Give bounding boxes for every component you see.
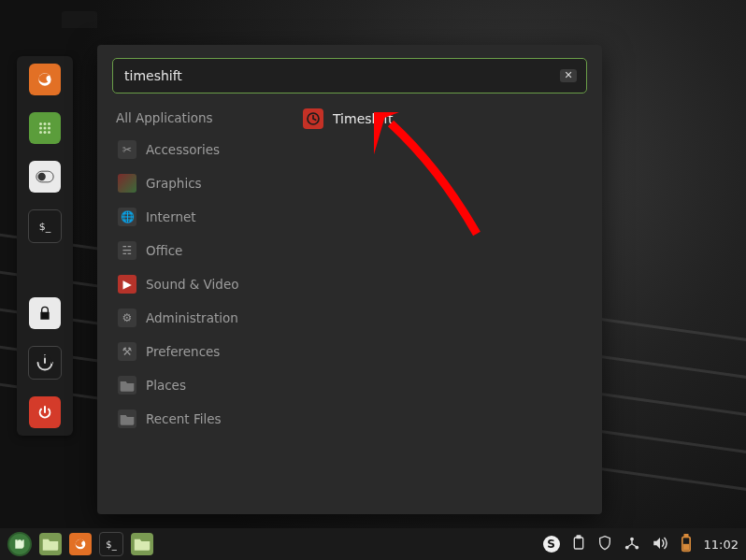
panel-terminal-icon[interactable]: $_ bbox=[99, 532, 123, 556]
panel: $_ S 11:02 bbox=[0, 528, 746, 560]
category-internet[interactable]: 🌐 Internet bbox=[112, 202, 273, 232]
sound-video-icon: ▶ bbox=[118, 275, 136, 294]
graphics-icon bbox=[118, 174, 136, 193]
tray-network-icon[interactable] bbox=[624, 536, 640, 553]
svg-point-9 bbox=[48, 131, 50, 134]
category-label: Places bbox=[146, 378, 186, 393]
category-accessories[interactable]: ✂ Accessories bbox=[112, 135, 273, 165]
category-label: All Applications bbox=[116, 110, 213, 125]
category-label: Graphics bbox=[146, 176, 202, 191]
search-box[interactable]: ✕ bbox=[112, 58, 587, 93]
panel-clock[interactable]: 11:02 bbox=[704, 538, 739, 552]
clear-search-icon[interactable]: ✕ bbox=[560, 69, 577, 82]
dock-apps-icon[interactable] bbox=[29, 112, 61, 144]
preferences-icon: ⚒ bbox=[118, 342, 136, 361]
dock-terminal-icon[interactable]: $_ bbox=[28, 209, 62, 243]
tray-shield-icon[interactable] bbox=[597, 535, 612, 554]
category-all-applications[interactable]: All Applications bbox=[112, 105, 273, 131]
office-icon: ☵ bbox=[118, 241, 136, 260]
svg-point-6 bbox=[48, 127, 50, 130]
category-label: Preferences bbox=[146, 344, 220, 359]
svg-point-16 bbox=[630, 537, 634, 540]
category-label: Administration bbox=[146, 310, 238, 325]
administration-icon: ⚙ bbox=[118, 309, 136, 327]
category-label: Accessories bbox=[146, 142, 220, 157]
tray-battery-icon[interactable] bbox=[680, 534, 693, 555]
category-administration[interactable]: ⚙ Administration bbox=[112, 303, 273, 333]
app-timeshift[interactable]: Timeshift bbox=[297, 105, 399, 133]
start-menu-button[interactable] bbox=[7, 532, 32, 556]
tray-skype-icon[interactable]: S bbox=[543, 536, 560, 553]
svg-point-8 bbox=[44, 131, 47, 134]
category-label: Recent Files bbox=[146, 411, 222, 426]
dock-logout-icon[interactable] bbox=[28, 346, 62, 380]
svg-rect-15 bbox=[577, 536, 581, 538]
category-label: Office bbox=[146, 243, 182, 258]
search-input[interactable] bbox=[122, 67, 560, 84]
svg-rect-21 bbox=[683, 544, 688, 549]
panel-firefox-icon[interactable] bbox=[69, 533, 92, 555]
category-list: All Applications ✂ Accessories Graphics … bbox=[112, 105, 273, 499]
dock-power-icon[interactable] bbox=[29, 396, 61, 428]
dock-lock-icon[interactable] bbox=[29, 297, 61, 329]
svg-point-1 bbox=[39, 122, 42, 125]
places-icon bbox=[118, 376, 136, 395]
dock-toggle-icon[interactable] bbox=[29, 161, 61, 193]
panel-folder-icon[interactable] bbox=[131, 533, 153, 555]
search-wrap: ✕ bbox=[97, 45, 602, 105]
panel-right: S 11:02 bbox=[543, 534, 739, 555]
timeshift-icon bbox=[303, 108, 323, 129]
svg-rect-14 bbox=[574, 538, 582, 549]
category-recent-files[interactable]: Recent Files bbox=[112, 404, 273, 434]
category-preferences[interactable]: ⚒ Preferences bbox=[112, 337, 273, 366]
tray-volume-icon[interactable] bbox=[652, 536, 668, 553]
svg-point-3 bbox=[48, 122, 50, 125]
internet-icon: 🌐 bbox=[118, 208, 136, 226]
category-label: Sound & Video bbox=[146, 277, 238, 292]
accessories-icon: ✂ bbox=[118, 140, 136, 159]
app-results: Timeshift bbox=[273, 105, 587, 499]
category-places[interactable]: Places bbox=[112, 370, 273, 400]
app-label: Timeshift bbox=[333, 111, 394, 126]
svg-point-11 bbox=[38, 173, 46, 180]
window-tab-hint bbox=[62, 11, 97, 28]
panel-left: $_ bbox=[7, 532, 153, 556]
category-graphics[interactable]: Graphics bbox=[112, 168, 273, 198]
dock: $_ bbox=[17, 56, 73, 436]
tray-clipboard-icon[interactable] bbox=[571, 535, 586, 554]
recent-icon bbox=[118, 409, 136, 428]
svg-point-5 bbox=[44, 127, 47, 130]
svg-point-7 bbox=[39, 131, 42, 134]
menu-body: All Applications ✂ Accessories Graphics … bbox=[97, 105, 602, 514]
dock-firefox-icon[interactable] bbox=[29, 64, 61, 95]
panel-files-icon[interactable] bbox=[39, 533, 62, 555]
svg-rect-20 bbox=[684, 534, 687, 537]
svg-point-4 bbox=[39, 127, 42, 130]
svg-point-2 bbox=[44, 122, 47, 125]
category-sound-video[interactable]: ▶ Sound & Video bbox=[112, 269, 273, 299]
application-menu: ✕ All Applications ✂ Accessories Graphic… bbox=[97, 45, 602, 514]
category-label: Internet bbox=[146, 209, 196, 224]
category-office[interactable]: ☵ Office bbox=[112, 236, 273, 266]
